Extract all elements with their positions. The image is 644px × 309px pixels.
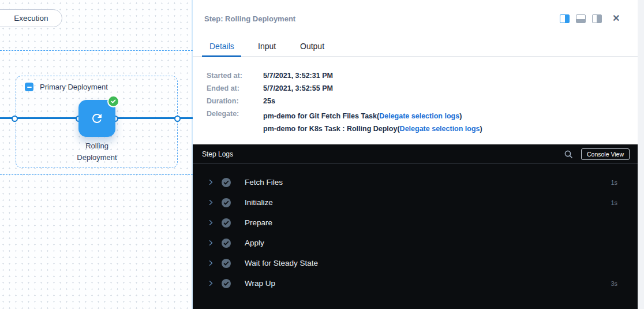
delegate-selection-logs-link-2[interactable]: Delegate selection logs bbox=[400, 125, 480, 133]
log-row-fetch-files[interactable]: Fetch Files 1s bbox=[193, 172, 638, 192]
log-rows: Fetch Files 1s Initialize 1s Prepare App… bbox=[193, 164, 638, 293]
collapse-group-checkbox[interactable] bbox=[25, 83, 33, 91]
tab-details[interactable]: Details bbox=[209, 42, 234, 51]
search-icon[interactable] bbox=[564, 150, 573, 159]
started-at-value: 5/7/2021, 3:52:31 PM bbox=[263, 72, 482, 80]
panel-title: Step: Rolling Deployment bbox=[204, 14, 295, 23]
active-tab-underline bbox=[202, 55, 241, 57]
connector-port-group-right bbox=[174, 116, 181, 122]
ended-at-value: 5/7/2021, 3:52:55 PM bbox=[263, 84, 482, 93]
tab-output[interactable]: Output bbox=[300, 42, 324, 51]
success-check-icon bbox=[222, 279, 231, 288]
ended-at-label: Ended at: bbox=[207, 84, 263, 93]
log-row-prepare[interactable]: Prepare bbox=[193, 213, 638, 233]
log-row-wrap-up[interactable]: Wrap Up 3s bbox=[193, 273, 638, 293]
layout-split-right-icon[interactable] bbox=[560, 14, 570, 23]
duration-label: Duration: bbox=[207, 97, 263, 106]
log-row-wait-for-steady-state[interactable]: Wait for Steady State bbox=[193, 253, 638, 273]
chevron-right-icon[interactable] bbox=[208, 179, 214, 185]
success-check-icon bbox=[222, 178, 231, 187]
group-label: Primary Deployment bbox=[40, 83, 108, 91]
step-logs-panel: Step Logs Console View Fetch Files 1s In… bbox=[193, 144, 638, 309]
execution-tab-label: Execution bbox=[14, 14, 48, 23]
chevron-right-icon[interactable] bbox=[208, 280, 214, 286]
delegate-value: pm-demo for Git Fetch Files Task(Delegat… bbox=[263, 110, 482, 135]
log-row-initialize[interactable]: Initialize 1s bbox=[193, 192, 638, 213]
console-view-button[interactable]: Console View bbox=[581, 148, 630, 160]
rollback-refresh-icon bbox=[90, 111, 104, 125]
pipeline-canvas: Execution Primary Deployment Rolling Dep… bbox=[0, 0, 193, 309]
chevron-right-icon[interactable] bbox=[208, 240, 214, 246]
delegate-line-1: pm-demo for Git Fetch Files Task(Delegat… bbox=[263, 110, 482, 122]
tab-input[interactable]: Input bbox=[258, 42, 276, 51]
stage-boundary-top bbox=[0, 50, 193, 51]
log-duration: 3s bbox=[611, 280, 617, 287]
minus-icon bbox=[27, 87, 32, 88]
stage-boundary-bottom bbox=[0, 174, 193, 175]
delegate-selection-logs-link-1[interactable]: Delegate selection logs bbox=[379, 112, 459, 120]
chevron-right-icon[interactable] bbox=[208, 260, 214, 266]
started-at-label: Started at: bbox=[207, 72, 263, 80]
log-row-apply[interactable]: Apply bbox=[193, 233, 638, 253]
delegate-label: Delegate: bbox=[207, 110, 263, 135]
connector-port-group-left bbox=[12, 116, 18, 122]
log-duration: 1s bbox=[611, 199, 617, 206]
log-duration: 1s bbox=[611, 179, 617, 186]
layout-panel-right-icon[interactable] bbox=[592, 14, 602, 23]
success-check-icon bbox=[222, 259, 231, 268]
delegate-line-2: pm-demo for K8s Task : Rolling Deploy(De… bbox=[263, 122, 482, 135]
chevron-right-icon[interactable] bbox=[208, 219, 214, 226]
group-header: Primary Deployment bbox=[25, 83, 108, 91]
step-details-panel: Step: Rolling Deployment ✕ Details Input… bbox=[193, 0, 638, 144]
close-icon[interactable]: ✕ bbox=[612, 13, 620, 24]
page-right-gutter bbox=[638, 0, 644, 309]
step-logs-header: Step Logs Console View bbox=[193, 144, 638, 164]
node-label: Rolling Deployment bbox=[65, 140, 129, 163]
layout-split-bottom-icon[interactable] bbox=[576, 14, 586, 23]
execution-tab[interactable]: Execution bbox=[0, 9, 62, 27]
success-check-icon bbox=[222, 198, 231, 207]
success-check-icon bbox=[222, 218, 231, 228]
details-section: Started at: 5/7/2021, 3:52:31 PM Ended a… bbox=[207, 72, 482, 135]
step-logs-title: Step Logs bbox=[202, 150, 233, 158]
duration-value: 25s bbox=[263, 97, 482, 106]
success-check-icon bbox=[222, 239, 231, 248]
success-check-badge bbox=[107, 95, 119, 107]
chevron-right-icon[interactable] bbox=[208, 199, 214, 206]
tab-divider bbox=[193, 56, 638, 57]
